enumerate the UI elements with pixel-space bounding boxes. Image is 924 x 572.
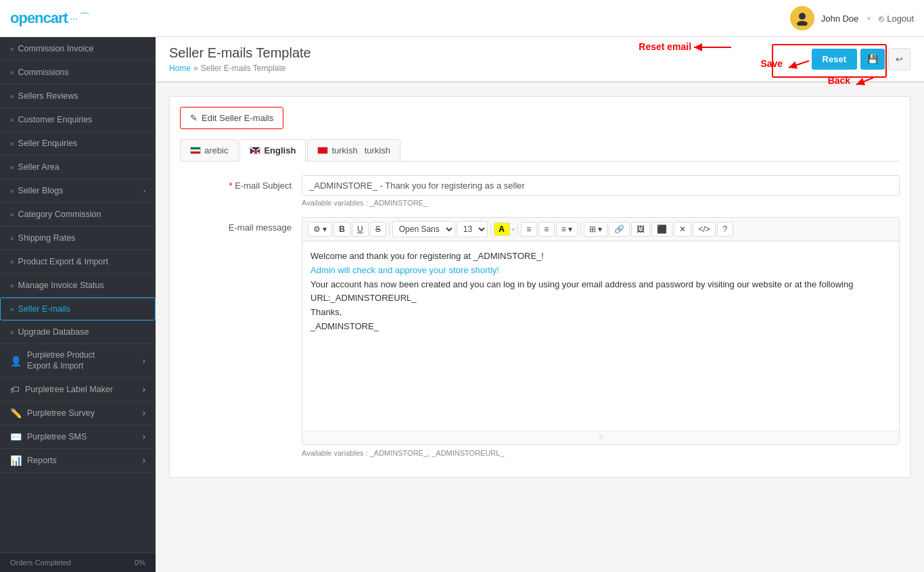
- envelope-icon: ✉️: [10, 431, 22, 442]
- chevron-right-icon: »: [10, 45, 14, 53]
- username[interactable]: John Doe: [821, 14, 859, 24]
- topnav-right: John Doe ▼ ⎋ Logout: [790, 6, 914, 30]
- editor-line1: Welcome and thank you for registering at…: [310, 249, 891, 264]
- toolbar-divider2: [490, 223, 491, 235]
- sidebar-item-seller-area[interactable]: » Seller Area: [0, 156, 156, 179]
- sidebar-section-reports[interactable]: 📊 Reports ›: [0, 449, 156, 473]
- page-header: Seller E-mails Template Home » Seller E-…: [156, 37, 924, 82]
- font-size-select[interactable]: 13: [457, 221, 488, 237]
- edit-section-label: Edit Seller E-mails: [202, 113, 273, 123]
- editor-line2: Admin will check and approve your store …: [310, 264, 891, 278]
- editor-footer: ⠿: [302, 431, 899, 444]
- chevron-icon: ›: [143, 432, 145, 442]
- edit-section: ✎ Edit Seller E-mails: [180, 107, 283, 129]
- tab-panel: ✎ Edit Seller E-mails arebic English: [169, 96, 910, 478]
- toolbar-link-btn[interactable]: 🔗: [609, 222, 630, 237]
- editor-line3: Your account has now been created and yo…: [310, 278, 891, 306]
- font-family-select[interactable]: Open Sans: [392, 221, 455, 237]
- chart-icon: 📊: [10, 455, 22, 466]
- subject-vars-hint: Available variables : _ADMINSTORE_: [302, 199, 900, 207]
- back-icon: ↩: [896, 54, 903, 64]
- page-title-area: Seller E-mails Template Home » Seller E-…: [169, 45, 311, 73]
- sidebar: » Commission Invoice » Commissions » Sel…: [0, 37, 156, 572]
- sidebar-section-purpletree-label[interactable]: 🏷 Purpletree Label Maker ›: [0, 378, 156, 402]
- toolbar-image-btn[interactable]: 🖼: [631, 222, 650, 237]
- resize-handle: ⠿: [599, 434, 603, 442]
- save-button[interactable]: 💾: [860, 49, 885, 70]
- email-subject-label: * E-mail Subject: [180, 175, 302, 191]
- toolbar-bold-btn[interactable]: B: [333, 222, 350, 237]
- sidebar-item-category-commission[interactable]: » Category Commission: [0, 203, 156, 227]
- chevron-icon: ›: [143, 408, 145, 418]
- tab-arabic[interactable]: arebic: [180, 139, 238, 161]
- svg-point-1: [797, 21, 808, 26]
- tab-turkish[interactable]: turkish turkish: [307, 139, 400, 161]
- email-subject-group: * E-mail Subject Available variables : _…: [180, 175, 900, 207]
- tab-english[interactable]: English: [239, 139, 306, 162]
- logo-dots: ···: [70, 13, 78, 24]
- sidebar-item-seller-enquiries[interactable]: » Seller Enquiries: [0, 132, 156, 156]
- sidebar-item-seller-blogs[interactable]: » Seller Blogs ›: [0, 179, 156, 203]
- editor-body[interactable]: Welcome and thank you for registering at…: [302, 241, 899, 431]
- toolbar-color-btn[interactable]: A: [494, 222, 510, 236]
- turkish-flag-icon: [317, 147, 328, 154]
- sidebar-item-sellers-reviews[interactable]: » Sellers Reviews: [0, 85, 156, 108]
- sidebar-section-purpletree-sms[interactable]: ✉️ Purpletree SMS ›: [0, 425, 156, 449]
- breadcrumb-current: Seller E-mails Template: [201, 64, 286, 73]
- page-title: Seller E-mails Template: [169, 45, 311, 61]
- arabic-flag-icon: [190, 147, 201, 154]
- toolbar-divider4: [580, 223, 581, 235]
- sidebar-item-commissions[interactable]: » Commissions: [0, 61, 156, 85]
- editor-line5: _ADMINSTORE_: [310, 320, 891, 334]
- toolbar-help-btn[interactable]: ?: [717, 222, 733, 237]
- header-buttons: Reset 💾 ↩: [812, 48, 910, 70]
- sidebar-section-purpletree-product[interactable]: 👤 Purpletree ProductExport & Import ›: [0, 344, 156, 378]
- chevron-icon: ›: [143, 187, 145, 195]
- logo: opencart ··· ⌒: [10, 9, 91, 27]
- reset-button[interactable]: Reset: [812, 49, 857, 70]
- user-icon: 👤: [10, 356, 22, 366]
- language-tabs: arebic English turkish turkish: [180, 139, 900, 162]
- main-content: ✎ Edit Seller E-mails arebic English: [156, 82, 924, 492]
- toolbar-strikethrough-btn[interactable]: S: [370, 222, 386, 237]
- breadcrumb: Home » Seller E-mails Template: [169, 64, 311, 73]
- back-button[interactable]: ↩: [888, 48, 910, 70]
- email-message-label: E-mail message: [180, 217, 302, 233]
- email-subject-input[interactable]: [302, 175, 900, 196]
- toolbar-underline-btn[interactable]: U: [352, 222, 369, 237]
- chevron-icon: ›: [143, 356, 145, 366]
- top-navbar: opencart ··· ⌒ John Doe ▼ ⎋ Logout: [0, 0, 924, 37]
- sidebar-item-upgrade-database[interactable]: » Upgrade Database: [0, 320, 156, 344]
- toolbar-media-btn[interactable]: ⬛: [651, 222, 672, 237]
- pencil-icon: ✏️: [10, 408, 22, 419]
- toolbar-divider3: [517, 223, 518, 235]
- sidebar-item-commission-invoice[interactable]: » Commission Invoice: [0, 37, 156, 61]
- english-flag-icon: [250, 147, 260, 154]
- toolbar-divider: [389, 223, 390, 235]
- logout-icon: ⎋: [879, 14, 884, 24]
- editor-toolbar: ⚙ ▾ B U S Open Sans 13: [302, 218, 899, 241]
- email-message-group: E-mail message ⚙ ▾ B U S Open Sans: [180, 217, 900, 457]
- sidebar-item-product-export-import[interactable]: » Product Export & Import: [0, 250, 156, 274]
- toolbar-fullscreen-btn[interactable]: ✕: [674, 222, 691, 237]
- email-editor[interactable]: ⚙ ▾ B U S Open Sans 13: [302, 217, 900, 445]
- breadcrumb-sep: »: [193, 64, 198, 73]
- logo-text: opencart: [10, 9, 68, 27]
- content-area: Seller E-mails Template Home » Seller E-…: [156, 37, 924, 572]
- toolbar-tools-btn[interactable]: ⚙ ▾: [308, 222, 332, 237]
- sidebar-section-purpletree-survey[interactable]: ✏️ Purpletree Survey ›: [0, 402, 156, 425]
- toolbar-source-btn[interactable]: </>: [693, 222, 715, 237]
- toolbar-table-btn[interactable]: ⊞ ▾: [584, 222, 607, 237]
- toolbar-ol-btn[interactable]: ≡: [538, 222, 555, 237]
- sidebar-item-seller-emails[interactable]: » Seller E-mails: [0, 297, 156, 320]
- sidebar-item-shipping-rates[interactable]: » Shipping Rates: [0, 227, 156, 250]
- logout-button[interactable]: ⎋ Logout: [879, 14, 914, 24]
- toolbar-ul-btn[interactable]: ≡: [521, 222, 537, 237]
- breadcrumb-home[interactable]: Home: [169, 64, 191, 73]
- avatar: [790, 6, 814, 30]
- toolbar-align-btn[interactable]: ≡ ▾: [556, 222, 578, 237]
- sidebar-item-customer-enquiries[interactable]: » Customer Enquiries: [0, 108, 156, 132]
- sidebar-item-manage-invoice-status[interactable]: » Manage Invoice Status: [0, 274, 156, 297]
- message-vars-hint: Available variables : _ADMINSTORE_, _ADM…: [302, 449, 900, 457]
- chevron-icon: ›: [143, 456, 145, 465]
